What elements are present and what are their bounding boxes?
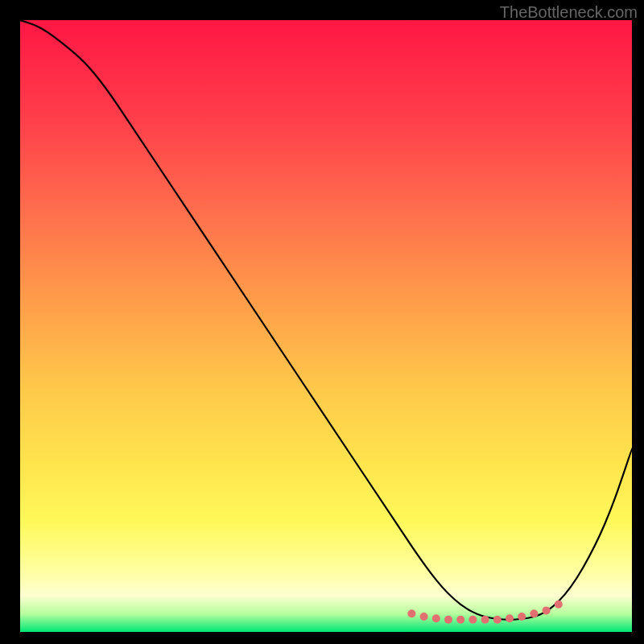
marker-dot bbox=[493, 616, 502, 624]
marker-dot bbox=[518, 613, 526, 621]
marker-dot bbox=[444, 616, 452, 624]
marker-dot bbox=[432, 614, 440, 622]
bottleneck-curve bbox=[20, 20, 632, 620]
marker-dot bbox=[506, 614, 514, 622]
marker-dot bbox=[469, 616, 477, 624]
marker-dot bbox=[530, 609, 538, 617]
highlight-markers bbox=[407, 601, 562, 624]
marker-dot bbox=[407, 609, 415, 617]
marker-dot bbox=[543, 606, 551, 614]
marker-dot bbox=[481, 616, 489, 624]
chart-container bbox=[20, 20, 632, 632]
marker-dot bbox=[555, 601, 563, 609]
curve-layer bbox=[20, 20, 632, 632]
watermark-text: TheBottleneck.com bbox=[500, 3, 638, 22]
marker-dot bbox=[456, 616, 464, 624]
marker-dot bbox=[420, 613, 428, 621]
